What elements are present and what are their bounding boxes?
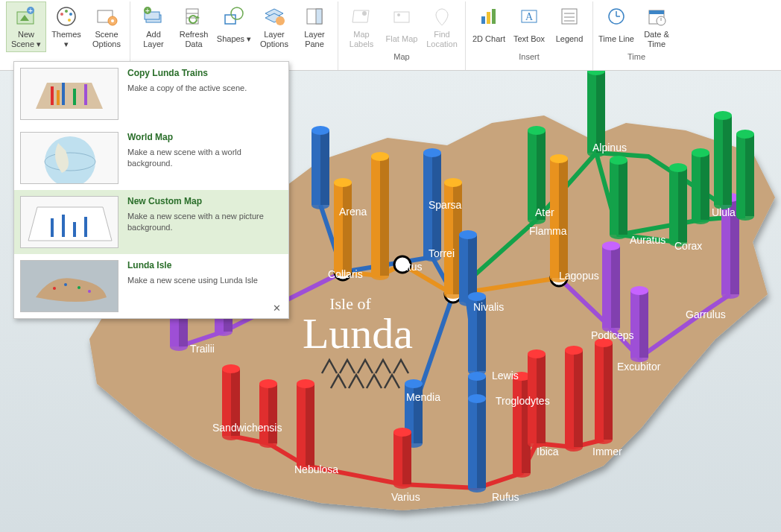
svg-rect-104: [611, 246, 620, 328]
svg-rect-32: [492, 9, 496, 24]
svg-rect-43: [649, 10, 664, 14]
svg-rect-204: [84, 84, 87, 105]
text-box-button[interactable]: A Text Box: [509, 1, 549, 52]
add-layer-button[interactable]: + Add Layer: [133, 1, 174, 52]
svg-rect-124: [619, 160, 627, 235]
svg-point-7: [69, 13, 72, 16]
dropdown-item-world[interactable]: World Map Make a new scene with a world …: [14, 126, 288, 190]
svg-rect-26: [316, 9, 322, 24]
svg-rect-31: [487, 12, 490, 24]
themes-button[interactable]: Themes ▾: [46, 1, 86, 52]
new-scene-icon: +: [14, 4, 38, 28]
svg-rect-108: [639, 291, 648, 358]
svg-point-93: [468, 394, 486, 403]
layer-pane-button[interactable]: Layer Pane: [294, 1, 335, 52]
svg-rect-212: [84, 217, 87, 237]
dropdown-desc: Make a new scene with a world background…: [127, 147, 282, 169]
svg-rect-202: [62, 83, 65, 105]
svg-point-97: [405, 379, 423, 388]
ribbon: + New Scene ▾ Themes ▾ Scene Options + A…: [0, 0, 781, 71]
svg-point-206: [45, 136, 95, 184]
refresh-data-button[interactable]: Refresh Data: [174, 1, 214, 52]
svg-text:Flamma: Flamma: [529, 225, 567, 237]
svg-point-216: [78, 286, 80, 289]
svg-rect-120: [596, 71, 605, 153]
svg-rect-172: [604, 343, 613, 440]
svg-rect-80: [468, 235, 477, 302]
dropdown-item-custom[interactable]: New Custom Map Make a new scene with a n…: [14, 190, 288, 254]
ribbon-group-scene: + New Scene ▾ Themes ▾ Scene Options: [3, 1, 130, 70]
svg-text:Nebulosa: Nebulosa: [294, 463, 338, 475]
svg-text:Podiceps: Podiceps: [591, 329, 634, 341]
shapes-button[interactable]: Shapes ▾: [214, 1, 254, 52]
svg-point-77: [444, 178, 462, 187]
datetime-icon: [645, 4, 668, 28]
ribbon-group-time: Time Line Date & Time Time: [593, 1, 680, 70]
close-icon[interactable]: ✕: [273, 303, 281, 314]
dropdown-item-copy[interactable]: Copy Lunda Trains Make a copy of the act…: [14, 62, 288, 126]
find-location-button: Find Location: [422, 1, 462, 52]
svg-point-29: [397, 13, 400, 16]
layer-options-icon: [262, 4, 286, 28]
svg-text:Excubitor: Excubitor: [617, 361, 661, 373]
timeline-button[interactable]: Time Line: [596, 1, 636, 52]
svg-rect-201: [51, 86, 54, 105]
legend-button[interactable]: Legend: [549, 1, 589, 52]
ribbon-group-layer: + Add Layer Refresh Data Shapes ▾ Layer …: [130, 1, 338, 70]
svg-point-165: [528, 349, 546, 358]
svg-rect-152: [306, 384, 314, 466]
svg-point-169: [565, 346, 583, 355]
dropdown-desc: Make a copy of the active scene.: [127, 83, 282, 94]
textbox-icon: A: [517, 4, 541, 28]
flat-map-icon: [390, 4, 414, 28]
svg-point-65: [334, 178, 352, 187]
svg-point-11: [111, 19, 114, 22]
svg-point-101: [550, 154, 568, 163]
svg-rect-20: [225, 15, 235, 24]
svg-text:Immer: Immer: [592, 446, 622, 457]
svg-text:Lewis: Lewis: [492, 370, 519, 381]
svg-point-129: [669, 163, 687, 172]
group-label-time: Time: [627, 52, 645, 63]
new-scene-button[interactable]: + New Scene ▾: [6, 1, 46, 52]
svg-point-109: [630, 286, 648, 295]
svg-rect-64: [343, 183, 352, 272]
svg-rect-211: [73, 222, 76, 237]
svg-rect-140: [701, 153, 709, 220]
map-labels-icon: [350, 4, 373, 28]
svg-point-105: [602, 241, 620, 250]
group-label-insert: Insert: [519, 52, 540, 63]
scene-options-icon: [95, 4, 118, 28]
ribbon-group-map: Map Labels Flat Map Find Location Map: [338, 1, 466, 70]
svg-rect-132: [723, 115, 732, 205]
svg-point-5: [60, 13, 63, 16]
svg-text:Arena: Arena: [339, 206, 367, 218]
svg-rect-210: [62, 215, 65, 237]
thumb-globe: [20, 132, 118, 184]
dropdown-desc: Make a new scene using Lunda Isle: [127, 275, 282, 286]
dropdown-title: Copy Lunda Trains: [127, 68, 282, 78]
svg-point-157: [393, 428, 411, 437]
svg-rect-203: [73, 89, 76, 105]
svg-point-215: [64, 283, 67, 286]
svg-text:atus: atus: [402, 261, 422, 273]
2d-chart-button[interactable]: 2D Chart: [469, 1, 509, 52]
svg-marker-208: [28, 207, 112, 241]
date-time-button[interactable]: Date & Time: [636, 1, 677, 52]
group-label-map: Map: [393, 52, 409, 63]
svg-point-149: [259, 379, 277, 388]
svg-rect-168: [574, 350, 583, 447]
svg-text:Ulula: Ulula: [712, 206, 736, 218]
island-title: Lunda: [303, 309, 413, 358]
scene-options-button[interactable]: Scene Options: [86, 1, 127, 52]
map-labels-button: Map Labels: [341, 1, 382, 52]
svg-rect-156: [402, 432, 411, 484]
dropdown-item-lunda[interactable]: Lunda Isle Make a new scene using Lunda …: [14, 254, 288, 318]
svg-point-21: [231, 7, 243, 19]
svg-rect-28: [394, 12, 409, 22]
thumb-custom: [20, 196, 118, 248]
svg-text:Ibica: Ibica: [537, 446, 559, 457]
layer-pane-icon: [303, 4, 326, 28]
svg-point-214: [53, 287, 56, 290]
layer-options-button[interactable]: Layer Options: [254, 1, 294, 52]
